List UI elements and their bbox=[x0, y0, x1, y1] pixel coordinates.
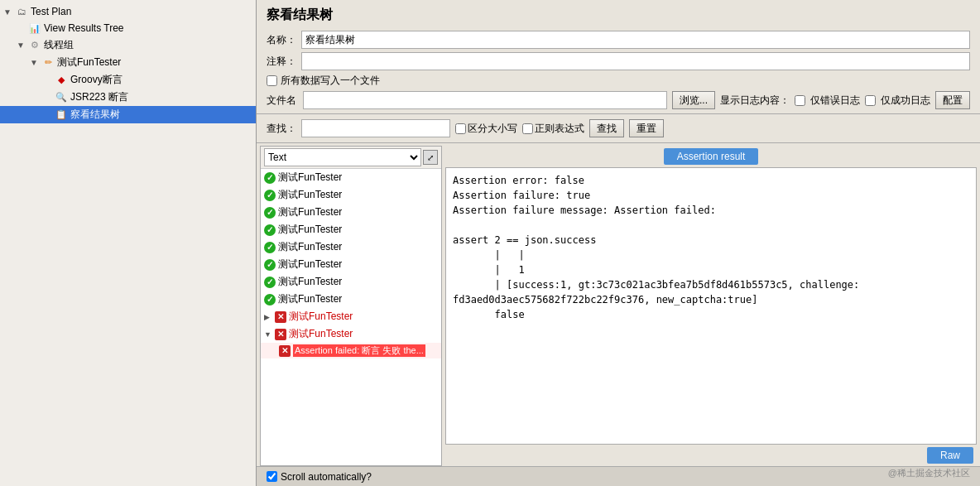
divider-2 bbox=[257, 142, 980, 143]
list-item-child[interactable]: ✕ Assertion failed: 断言 失败 the... bbox=[261, 343, 441, 358]
results-list-header: Text ⤢ bbox=[261, 147, 441, 169]
write-all-checkbox[interactable] bbox=[267, 75, 277, 86]
child-error-icon: ✕ bbox=[279, 345, 291, 357]
status-error-icon: ✕ bbox=[275, 311, 286, 323]
item-label: 测试FunTester bbox=[278, 275, 342, 289]
tree-label-view-results: View Results Tree bbox=[44, 22, 124, 34]
item-label-error-2: 测试FunTester bbox=[289, 327, 353, 341]
write-all-label: 所有数据写入一个文件 bbox=[281, 74, 380, 88]
comment-label: 注释： bbox=[267, 55, 296, 69]
item-label: 测试FunTester bbox=[278, 223, 342, 237]
results-area: Text ⤢ ✓ 测试FunTester ✓ 测试FunTester bbox=[260, 146, 977, 466]
regex-checkbox[interactable] bbox=[522, 123, 533, 134]
list-item[interactable]: ✓ 测试FunTester bbox=[261, 221, 441, 238]
tree-label-fun-tester: 测试FunTester bbox=[57, 55, 121, 70]
viewresults-icon: 📊 bbox=[28, 22, 41, 35]
item-label-highlight: Assertion failed: 断言 失败 the... bbox=[293, 344, 425, 357]
tree-item-fun-tester[interactable]: ▼ ✏ 测试FunTester bbox=[0, 54, 256, 71]
panel-title: 察看结果树 bbox=[257, 0, 980, 29]
tree-item-jsr[interactable]: 🔍 JSR223 断言 bbox=[0, 89, 256, 106]
tree-item-groovy[interactable]: ◆ Groovy断言 bbox=[0, 71, 256, 89]
name-row: 名称： bbox=[257, 29, 980, 51]
tree-label-jsr: JSR223 断言 bbox=[70, 90, 128, 104]
scroll-checkbox[interactable] bbox=[267, 471, 277, 482]
tree-label-test-plan: Test Plan bbox=[31, 6, 71, 17]
list-item-error-expanded[interactable]: ▼ ✕ 测试FunTester bbox=[261, 325, 441, 343]
reset-button[interactable]: 重置 bbox=[629, 119, 664, 137]
list-item-error[interactable]: ▶ ✕ 测试FunTester bbox=[261, 308, 441, 325]
item-label-error: 测试FunTester bbox=[289, 310, 353, 324]
list-item[interactable]: ✓ 测试FunTester bbox=[261, 169, 441, 186]
case-sensitive-label: 区分大小写 bbox=[468, 122, 517, 136]
jsr-icon: 🔍 bbox=[55, 91, 68, 104]
status-ok-icon: ✓ bbox=[264, 259, 276, 271]
assertion-result-button[interactable]: Assertion result bbox=[664, 148, 759, 165]
bottom-bar: Scroll automatically? bbox=[257, 466, 980, 486]
list-item[interactable]: ✓ 测试FunTester bbox=[261, 204, 441, 221]
name-label: 名称： bbox=[267, 33, 296, 47]
item-label: 测试FunTester bbox=[278, 292, 342, 306]
status-ok-icon: ✓ bbox=[264, 277, 276, 288]
tree-area: ▼ 🗂 Test Plan 📊 View Results Tree ▼ ⚙ 线程… bbox=[0, 0, 256, 486]
item-label: 测试FunTester bbox=[278, 171, 342, 185]
regex-item: 正则表达式 bbox=[522, 122, 584, 136]
assertion-result-header: Assertion result bbox=[445, 146, 977, 167]
list-item[interactable]: ✓ 测试FunTester bbox=[261, 291, 441, 308]
case-sensitive-checkbox[interactable] bbox=[455, 123, 466, 134]
comment-row: 注释： bbox=[257, 51, 980, 72]
list-type-select[interactable]: Text bbox=[264, 148, 421, 166]
display-log-label: 显示日志内容： bbox=[720, 94, 790, 108]
file-label: 文件名 bbox=[267, 94, 298, 108]
detail-content: Assertion error: false Assertion failure… bbox=[445, 167, 977, 445]
search-row: 查找： 区分大小写 正则表达式 查找 重置 bbox=[257, 117, 980, 140]
tree-label-groovy: Groovy断言 bbox=[70, 73, 122, 87]
tree-item-results-tree[interactable]: 📋 察看结果树 bbox=[0, 106, 256, 123]
expanded-toggle-icon: ▼ bbox=[264, 330, 272, 339]
file-row: 文件名 浏览... 显示日志内容： 仅错误日志 仅成功日志 配置 bbox=[257, 89, 980, 111]
groovy-icon: ◆ bbox=[55, 74, 68, 87]
tree-item-test-plan[interactable]: ▼ 🗂 Test Plan bbox=[0, 3, 256, 20]
right-panel: 察看结果树 名称： 注释： 所有数据写入一个文件 文件名 浏览... 显示日志内… bbox=[257, 0, 980, 486]
status-ok-icon: ✓ bbox=[264, 224, 276, 236]
write-all-row: 所有数据写入一个文件 bbox=[257, 72, 980, 89]
only-success-checkbox[interactable] bbox=[865, 95, 876, 106]
toggle-thread-group: ▼ bbox=[17, 41, 28, 50]
status-ok-icon: ✓ bbox=[264, 242, 276, 253]
search-button[interactable]: 查找 bbox=[589, 119, 624, 137]
tree-item-view-results[interactable]: 📊 View Results Tree bbox=[0, 20, 256, 36]
config-button[interactable]: 配置 bbox=[935, 91, 970, 109]
sampler-icon: ✏ bbox=[41, 56, 55, 70]
list-item[interactable]: ✓ 测试FunTester bbox=[261, 238, 441, 256]
list-item[interactable]: ✓ 测试FunTester bbox=[261, 256, 441, 273]
regex-label: 正则表达式 bbox=[535, 122, 584, 136]
file-input[interactable] bbox=[303, 91, 667, 109]
tree-item-thread-group[interactable]: ▼ ⚙ 线程组 bbox=[0, 36, 256, 54]
list-item[interactable]: ✓ 测试FunTester bbox=[261, 273, 441, 291]
testplan-icon: 🗂 bbox=[15, 5, 28, 18]
threadgroup-icon: ⚙ bbox=[28, 39, 41, 52]
search-label: 查找： bbox=[267, 122, 296, 136]
case-sensitive-item: 区分大小写 bbox=[455, 122, 517, 136]
results-detail-panel: Assertion result Assertion error: false … bbox=[445, 146, 977, 466]
search-input[interactable] bbox=[301, 119, 450, 137]
only-success-label: 仅成功日志 bbox=[881, 94, 930, 108]
list-item[interactable]: ✓ 测试FunTester bbox=[261, 186, 441, 204]
expand-button[interactable]: ⤢ bbox=[423, 150, 438, 165]
divider-1 bbox=[257, 113, 980, 114]
list-items: ✓ 测试FunTester ✓ 测试FunTester ✓ 测试FunTeste… bbox=[261, 169, 441, 465]
raw-button[interactable]: Raw bbox=[927, 447, 973, 464]
resultstree-icon: 📋 bbox=[55, 108, 68, 122]
item-label: 测试FunTester bbox=[278, 205, 342, 219]
comment-input[interactable] bbox=[301, 52, 970, 70]
toggle-fun-tester: ▼ bbox=[30, 58, 41, 67]
status-ok-icon: ✓ bbox=[264, 172, 276, 184]
tree-label-thread-group: 线程组 bbox=[44, 38, 74, 52]
only-error-checkbox[interactable] bbox=[795, 95, 805, 106]
browse-button[interactable]: 浏览... bbox=[672, 91, 715, 109]
name-input[interactable] bbox=[301, 31, 970, 49]
item-label: 测试FunTester bbox=[278, 257, 342, 272]
detail-text: Assertion error: false Assertion failure… bbox=[453, 175, 859, 320]
scroll-label: Scroll automatically? bbox=[281, 471, 372, 483]
left-panel: ▼ 🗂 Test Plan 📊 View Results Tree ▼ ⚙ 线程… bbox=[0, 0, 257, 486]
scroll-check: Scroll automatically? bbox=[267, 471, 372, 483]
